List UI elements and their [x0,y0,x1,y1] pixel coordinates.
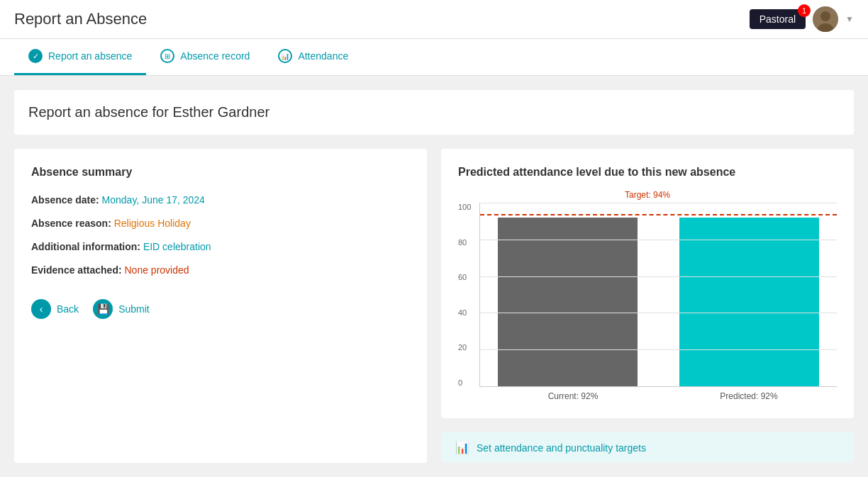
submit-button[interactable]: 💾 Submit [93,299,150,319]
target-label: Target: 94% [458,190,837,200]
bar-label-current: Current: 92% [485,391,661,401]
chart-title: Predicted attendance level due to this n… [458,166,837,179]
chart-body: 0 20 40 60 80 100 [458,203,837,387]
bar-group-current [480,203,655,386]
pastoral-button[interactable]: Pastoral [750,9,806,29]
content-grid: Absence summary Absence date: Monday, Ju… [14,149,854,463]
y-label-100: 100 [458,203,474,211]
absence-summary-title: Absence summary [31,166,410,179]
set-targets-row: 📊 Set attendance and punctuality targets [441,432,854,463]
chart-column: Predicted attendance level due to this n… [441,149,854,463]
bar-labels: Current: 92% Predicted: 92% [458,391,837,401]
additional-info-row: Additional information: EID celebration [31,240,410,254]
tab-attend-icon: 📊 [278,49,292,63]
back-button[interactable]: ‹ Back [31,299,79,319]
page-title: Report an Absence [14,10,147,28]
header: Report an Absence Pastoral 1 ▼ [0,0,868,39]
absence-date-label: Absence date: [31,194,99,206]
set-targets-link[interactable]: Set attendance and punctuality targets [477,442,646,454]
header-right: Pastoral 1 ▼ [750,6,854,32]
y-label-0: 0 [458,378,474,387]
action-buttons: ‹ Back 💾 Submit [31,299,410,319]
bar-predicted [679,218,819,386]
avatar[interactable] [813,6,838,32]
additional-info-value: EID celebration [143,241,211,252]
notification-badge: 1 [798,4,811,17]
bar-label-predicted: Predicted: 92% [661,391,837,401]
absence-reason-row: Absence reason: Religious Holiday [31,216,410,231]
absence-summary-card: Absence summary Absence date: Monday, Ju… [14,149,427,463]
nav-tabs: ✓ Report an absence ⊞ Absence record 📊 A… [0,39,868,76]
absence-reason-value: Religious Holiday [114,218,191,229]
svg-point-1 [820,11,830,21]
chevron-down-icon: ▼ [845,14,854,24]
targets-icon: 📊 [455,441,469,454]
chart-card: Predicted attendance level due to this n… [441,149,854,418]
tab-attendance[interactable]: 📊 Attendance [264,39,362,75]
chart-container: Target: 94% 0 20 40 60 80 100 [458,190,837,401]
evidence-row: Evidence attached: None provided [31,263,410,278]
bar-current [498,218,638,386]
tab-report-absence[interactable]: ✓ Report an absence [14,39,146,75]
y-label-40: 40 [458,308,474,317]
y-axis: 0 20 40 60 80 100 [458,203,479,387]
tab-absence-record[interactable]: ⊞ Absence record [146,39,264,75]
page-subtitle: Report an absence for Esther Gardner [14,90,854,135]
tab-check-icon: ✓ [28,49,43,63]
absence-date-value: Monday, June 17, 2024 [102,194,205,206]
y-label-80: 80 [458,238,474,247]
y-label-20: 20 [458,343,474,352]
absence-reason-label: Absence reason: [31,218,111,229]
y-label-60: 60 [458,273,474,281]
main-content: Report an absence for Esther Gardner Abs… [0,76,868,477]
additional-info-label: Additional information: [31,241,140,252]
absence-date-row: Absence date: Monday, June 17, 2024 [31,193,410,208]
bar-group-predicted [662,203,838,386]
evidence-value: None provided [125,264,189,276]
bars-container [479,203,837,387]
back-icon: ‹ [31,299,51,319]
evidence-label: Evidence attached: [31,264,122,276]
submit-icon: 💾 [93,299,113,319]
tab-record-icon: ⊞ [160,49,174,63]
